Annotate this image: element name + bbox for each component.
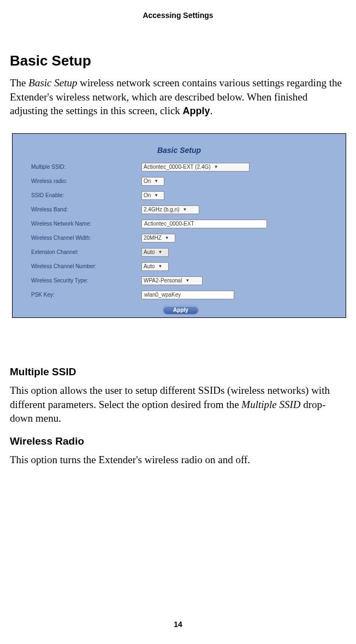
ssid-enable-label: SSID Enable:	[31, 192, 141, 198]
channel-number-label: Wireless Channel Number:	[31, 263, 141, 269]
panel-title: Basic Setup	[13, 134, 346, 162]
ssid-enable-value: On	[144, 192, 151, 198]
wireless-radio-heading: Wireless Radio	[10, 435, 346, 447]
channel-width-value: 20MHZ	[144, 235, 162, 241]
chevron-down-icon: ▼	[214, 165, 218, 169]
chevron-down-icon: ▼	[158, 250, 163, 255]
intro-paragraph: The Basic Setup wireless network screen …	[10, 76, 346, 118]
ext-channel-select[interactable]: Auto ▼	[141, 248, 169, 257]
multiple-ssid-label: Multiple SSID:	[31, 164, 141, 170]
network-name-input[interactable]: Actiontec_0000-EXT	[141, 220, 267, 228]
apply-button[interactable]: Apply	[162, 305, 199, 315]
channel-number-value: Auto	[144, 263, 155, 269]
basic-setup-panel: Basic Setup Multiple SSID: Actiontec_000…	[12, 133, 346, 318]
network-name-value: Actiontec_0000-EXT	[144, 221, 194, 227]
intro-pre: The	[10, 77, 28, 88]
intro-bold: Apply	[183, 105, 210, 116]
chevron-down-icon: ▼	[165, 236, 169, 240]
multiple-ssid-heading: Multiple SSID	[10, 366, 346, 378]
wireless-radio-label: Wireless radio:	[31, 178, 141, 184]
wireless-band-label: Wireless Band:	[31, 206, 141, 212]
channel-width-select[interactable]: 20MHZ ▼	[141, 234, 175, 243]
network-name-label: Wireless Network Name:	[31, 221, 141, 227]
security-type-label: Wireless Security Type:	[31, 277, 141, 283]
psk-key-label: PSK Key:	[31, 292, 141, 298]
mssid-text-italic: Multiple SSID	[241, 399, 300, 410]
channel-number-select[interactable]: Auto ▼	[141, 262, 169, 271]
page-header: Accessing Settings	[0, 0, 356, 52]
chevron-down-icon: ▼	[154, 193, 158, 198]
section-title: Basic Setup	[10, 52, 346, 69]
intro-italic: Basic Setup	[28, 77, 77, 88]
chevron-down-icon: ▼	[158, 264, 163, 269]
ssid-enable-select[interactable]: On ▼	[141, 191, 164, 200]
intro-post: .	[210, 105, 213, 116]
channel-width-label: Wireless Channel Width:	[31, 235, 141, 241]
chevron-down-icon: ▼	[183, 208, 187, 212]
security-type-select[interactable]: WPA2-Personal ▼	[141, 276, 203, 285]
wireless-radio-text: This option turns the Extender's wireles…	[10, 453, 346, 467]
psk-key-value: wlan0_wpaKey	[144, 292, 181, 298]
wireless-radio-select[interactable]: On ▼	[141, 177, 164, 186]
chevron-down-icon: ▼	[185, 279, 189, 283]
security-type-value: WPA2-Personal	[144, 277, 182, 283]
multiple-ssid-value: Actiontec_0000-EXT (2.4G)	[144, 164, 211, 170]
wireless-radio-value: On	[144, 178, 151, 184]
chevron-down-icon: ▼	[154, 179, 158, 184]
page-number: 14	[0, 620, 356, 629]
multiple-ssid-select[interactable]: Actiontec_0000-EXT (2.4G) ▼	[141, 163, 250, 172]
multiple-ssid-text: This option allows the user to setup dif…	[10, 383, 346, 426]
ext-channel-value: Auto	[144, 249, 155, 255]
ext-channel-label: Extension Channel:	[31, 249, 141, 255]
wireless-band-value: 2.4GHz (b,g,n)	[144, 206, 180, 212]
psk-key-input[interactable]: wlan0_wpaKey	[141, 291, 234, 299]
wireless-band-select[interactable]: 2.4GHz (b,g,n) ▼	[141, 205, 199, 214]
